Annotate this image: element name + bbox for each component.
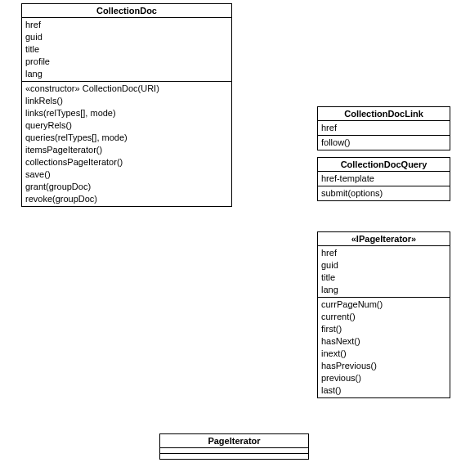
attribute: profile (25, 56, 228, 68)
operation: queries(relTypes[], mode) (25, 132, 228, 144)
class-ipageiterator: «IPageIterator» href guid title lang cur… (317, 231, 450, 398)
operation: submit(options) (321, 187, 446, 200)
class-title: PageIterator (160, 434, 308, 448)
operation: follow() (321, 137, 446, 149)
attribute: href (321, 247, 446, 259)
attributes-section: href-template (318, 172, 450, 186)
operation: grant(groupDoc) (25, 181, 228, 193)
operation: hasPrevious() (321, 360, 446, 372)
attribute: title (321, 272, 446, 284)
operations-section: currPageNum() current() first() hasNext(… (318, 298, 450, 397)
operation: currPageNum() (321, 299, 446, 311)
attributes-section: href guid title profile lang (22, 18, 231, 82)
operation: save() (25, 168, 228, 181)
class-title: CollectionDocLink (318, 107, 450, 121)
operation: inext() (321, 348, 446, 360)
operation: current() (321, 311, 446, 323)
attribute: href (25, 19, 228, 31)
attribute: lang (321, 284, 446, 296)
class-title: CollectionDoc (22, 4, 231, 18)
class-collectiondocquery: CollectionDocQuery href-template submit(… (317, 157, 450, 201)
operations-section: submit(options) (318, 186, 450, 200)
operations-section: follow() (318, 136, 450, 150)
operations-section: «constructor» CollectionDoc(URI) linkRel… (22, 82, 231, 206)
class-title: «IPageIterator» (318, 232, 450, 246)
attributes-section: href guid title lang (318, 246, 450, 298)
attributes-section (160, 448, 308, 454)
attribute: guid (25, 31, 228, 43)
operation: queryRels() (25, 119, 228, 132)
class-title: CollectionDocQuery (318, 158, 450, 172)
class-collectiondoclink: CollectionDocLink href follow() (317, 106, 450, 150)
class-pageiterator: PageIterator (159, 433, 309, 460)
operation: itemsPageIterator() (25, 144, 228, 156)
attribute: href-template (321, 173, 446, 185)
operation: last() (321, 384, 446, 397)
operation: revoke(groupDoc) (25, 193, 228, 205)
operations-section (160, 454, 308, 459)
operation: hasNext() (321, 335, 446, 348)
attributes-section: href (318, 121, 450, 136)
operation: links(relTypes[], mode) (25, 107, 228, 119)
class-collectiondoc: CollectionDoc href guid title profile la… (21, 3, 232, 207)
attribute: guid (321, 259, 446, 272)
attribute: lang (25, 68, 228, 80)
operation: linkRels() (25, 95, 228, 107)
operation: collectionsPageIterator() (25, 156, 228, 168)
operation: first() (321, 323, 446, 335)
operation: «constructor» CollectionDoc(URI) (25, 83, 228, 95)
operation: previous() (321, 372, 446, 384)
attribute: title (25, 43, 228, 56)
attribute: href (321, 122, 446, 134)
